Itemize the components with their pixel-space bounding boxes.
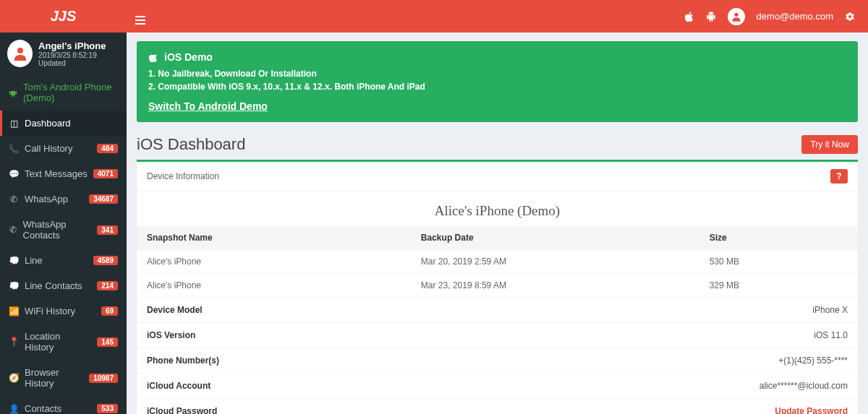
nav-badge: 69 [101, 306, 118, 316]
nav-badge: 145 [97, 337, 118, 347]
nav-label: WhatsApp Contacts [23, 219, 92, 241]
nav-badge: 10987 [89, 374, 118, 383]
table-row[interactable]: Alice's iPhoneMar 20, 2019 2:59 AM530 MB [137, 250, 858, 274]
nav-badge: 4071 [93, 169, 118, 178]
detail-key: iCloud Password [147, 406, 217, 414]
detail-value: +(1)(425) 555-**** [778, 355, 848, 366]
device-title: Alice's iPhone (Demo) [137, 191, 858, 226]
nav-badge: 341 [97, 225, 118, 235]
nav-icon: 💭 [9, 256, 19, 266]
nav-icon: 📍 [9, 337, 19, 347]
detail-value: iPhone X [812, 305, 848, 315]
table-cell: Mar 23, 2019 8:59 AM [411, 274, 699, 298]
device-updated: 2019/3/25 8:52:19 Updated [38, 51, 119, 67]
detail-value: alice******@icloud.com [760, 381, 848, 391]
page-title: iOS Dashboard [137, 135, 245, 154]
main-content: iOS Demo 1. No Jailbreak, Download Or In… [127, 33, 868, 414]
sidebar-android-demo[interactable]: Tom's Android Phone (Demo) [0, 74, 127, 111]
android-icon [9, 88, 17, 97]
nav-icon: 🧭 [9, 373, 19, 383]
device-info-panel: Device Information ? Alice's iPhone (Dem… [137, 160, 858, 414]
nav-icon: 📶 [9, 306, 19, 316]
nav-icon: ✆ [9, 225, 17, 235]
sidebar-item-whatsapp[interactable]: ✆ WhatsApp 34687 [0, 186, 127, 212]
apple-icon [148, 52, 158, 62]
detail-row: Phone Number(s) +(1)(425) 555-**** [137, 348, 858, 374]
sidebar-item-text-messages[interactable]: 💬 Text Messages 4071 [0, 161, 127, 186]
update-password-link[interactable]: Update Password [775, 406, 848, 414]
table-cell: 530 MB [699, 250, 858, 274]
switch-demo-link[interactable]: Switch To Android Demo [148, 100, 268, 112]
sidebar-item-line[interactable]: 💭 Line 4589 [0, 248, 127, 273]
nav-badge: 214 [97, 281, 118, 290]
android-demo-label: Tom's Android Phone (Demo) [23, 82, 118, 103]
detail-key: Phone Number(s) [147, 355, 219, 366]
snapshot-table: Snapshot NameBackup DateSize Alice's iPh… [137, 226, 858, 298]
col-header: Backup Date [411, 226, 699, 250]
device-avatar-icon [7, 40, 33, 67]
nav-badge: 4589 [93, 256, 118, 265]
svg-point-1 [17, 48, 23, 53]
nav-icon: ◫ [9, 118, 19, 129]
table-cell: Mar 20, 2019 2:59 AM [411, 250, 699, 274]
table-cell: 329 MB [699, 274, 858, 298]
table-cell: Alice's iPhone [137, 274, 411, 298]
nav-label: Call History [25, 143, 72, 154]
sidebar-item-dashboard[interactable]: ◫ Dashboard [0, 111, 127, 136]
nav-label: WhatsApp [25, 194, 68, 204]
detail-key: iOS Version [147, 330, 195, 340]
sidebar-item-line-contacts[interactable]: 💭 Line Contacts 214 [0, 273, 127, 298]
sidebar-item-whatsapp-contacts[interactable]: ✆ WhatsApp Contacts 341 [0, 212, 127, 248]
device-name: Angel's iPhone [38, 40, 119, 51]
try-it-now-button[interactable]: Try it Now [801, 135, 858, 154]
brand-logo[interactable]: JJS [0, 0, 127, 33]
user-email[interactable]: demo@demo.com [757, 11, 833, 22]
banner-line2: 2. Compatible With iOS 9.x, 10.x, 11.x &… [148, 80, 846, 93]
menu-toggle-icon[interactable] [135, 16, 145, 25]
sidebar: Angel's iPhone 2019/3/25 8:52:19 Updated… [0, 33, 127, 414]
detail-key: iCloud Account [147, 381, 210, 391]
svg-point-0 [734, 12, 738, 16]
user-avatar-icon[interactable] [728, 8, 745, 25]
apple-icon[interactable] [684, 12, 694, 22]
nav-label: Line [25, 255, 43, 266]
sidebar-item-call-history[interactable]: 📞 Call History 484 [0, 136, 127, 161]
demo-banner: iOS Demo 1. No Jailbreak, Download Or In… [137, 41, 858, 122]
sidebar-item-location-history[interactable]: 📍 Location History 145 [0, 324, 127, 360]
help-button[interactable]: ? [830, 169, 848, 184]
nav-icon: 👤 [9, 404, 19, 414]
col-header: Size [699, 226, 858, 250]
android-icon[interactable] [706, 12, 716, 22]
panel-title: Device Information [147, 171, 219, 181]
detail-value: iOS 11.0 [814, 330, 848, 340]
detail-row: iCloud Account alice******@icloud.com [137, 374, 858, 399]
nav-label: WiFi History [25, 306, 75, 316]
nav-icon: 💭 [9, 281, 19, 291]
sidebar-item-contacts[interactable]: 👤 Contacts 533 [0, 396, 127, 414]
nav-label: Line Contacts [25, 280, 82, 291]
nav-label: Contacts [25, 403, 61, 414]
banner-line1: 1. No Jailbreak, Download Or Installatio… [148, 67, 846, 80]
detail-row: iOS Version iOS 11.0 [137, 323, 858, 348]
nav-label: Dashboard [25, 118, 71, 129]
nav-label: Text Messages [25, 168, 88, 179]
nav-label: Browser History [25, 367, 83, 389]
nav-icon: 💬 [9, 169, 19, 179]
detail-row: iCloud Password Update Password [137, 399, 858, 414]
sidebar-user-block[interactable]: Angel's iPhone 2019/3/25 8:52:19 Updated [0, 33, 127, 74]
top-header: JJS demo@demo.com [0, 0, 868, 33]
banner-title: iOS Demo [164, 51, 213, 63]
detail-row: Device Model iPhone X [137, 298, 858, 323]
nav-badge: 533 [97, 404, 118, 413]
nav-icon: ✆ [9, 194, 19, 204]
nav-label: Location History [25, 331, 91, 353]
settings-icon[interactable] [845, 12, 855, 22]
sidebar-item-browser-history[interactable]: 🧭 Browser History 10987 [0, 360, 127, 396]
table-row[interactable]: Alice's iPhoneMar 23, 2019 8:59 AM329 MB [137, 274, 858, 298]
nav-badge: 34687 [89, 194, 118, 204]
sidebar-item-wifi-history[interactable]: 📶 WiFi History 69 [0, 298, 127, 324]
nav-icon: 📞 [9, 144, 19, 154]
detail-key: Device Model [147, 305, 203, 315]
nav-badge: 484 [97, 144, 118, 153]
col-header: Snapshot Name [137, 226, 411, 250]
